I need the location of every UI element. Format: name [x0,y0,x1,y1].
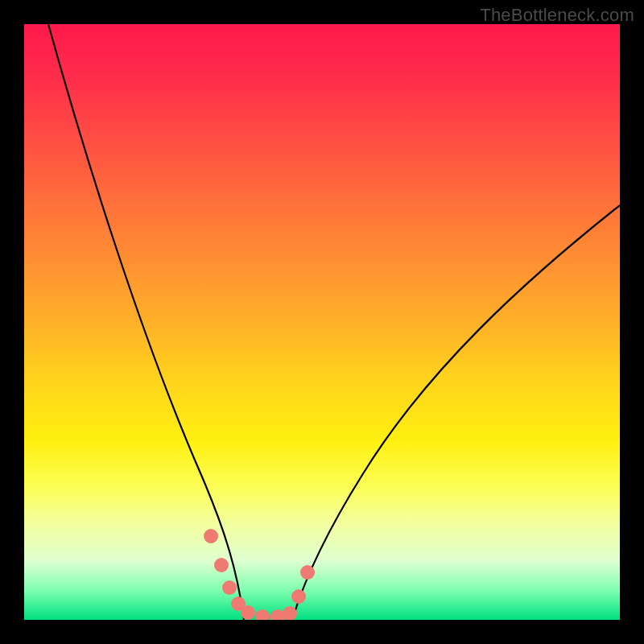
curves-svg [24,24,620,620]
plot-area [24,24,620,620]
watermark-text: TheBottleneck.com [480,5,634,26]
dot [241,605,255,620]
dot [222,580,237,595]
dot [255,609,270,620]
dot [283,606,297,620]
dot [300,565,315,580]
dot [204,529,218,543]
chart-frame: TheBottleneck.com [0,0,644,644]
right-curve [292,205,620,620]
highlight-dot-group [204,529,315,620]
dot [214,558,229,572]
dot [291,589,306,604]
